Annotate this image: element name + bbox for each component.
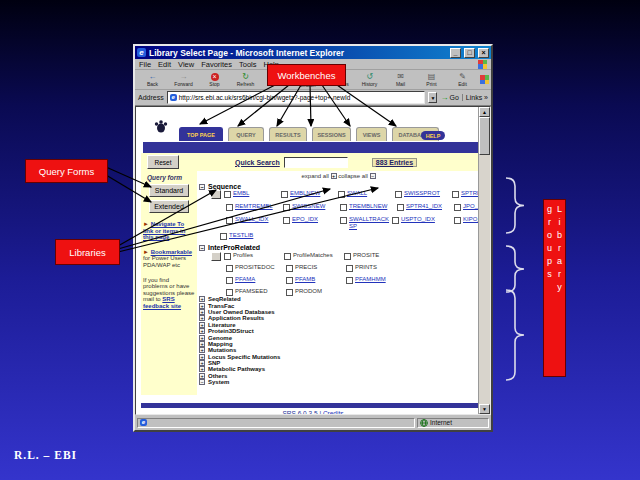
checkbox[interactable] — [226, 204, 233, 211]
checkbox[interactable] — [226, 277, 233, 284]
menu-edit[interactable]: Edit — [158, 60, 171, 69]
checkbox[interactable] — [224, 191, 231, 198]
checkbox[interactable] — [286, 289, 293, 296]
close-button[interactable]: × — [478, 48, 489, 58]
library-item[interactable]: SWALL — [338, 190, 395, 198]
extended-form-button[interactable]: Extended — [149, 200, 189, 213]
library-item[interactable]: PFAMHMM — [346, 276, 406, 284]
tab-top-page[interactable]: TOP PAGE — [179, 127, 223, 141]
entries-link[interactable]: 883 Entries — [372, 158, 417, 167]
expand-box-icon[interactable]: + — [199, 354, 205, 360]
collapse-box-icon[interactable]: − — [199, 245, 205, 251]
expand-box-icon[interactable]: + — [199, 322, 205, 328]
edit-button[interactable]: ✎ Edit — [447, 71, 478, 89]
expand-box-icon[interactable]: + — [199, 296, 205, 302]
library-item[interactable]: EPO_IDX — [283, 216, 340, 224]
checkbox[interactable] — [344, 253, 351, 260]
help-button[interactable]: HELP — [421, 131, 445, 140]
library-item[interactable]: SWISSPROT — [395, 190, 452, 198]
checkbox[interactable] — [283, 204, 290, 211]
checkbox[interactable] — [281, 191, 288, 198]
checkbox[interactable] — [286, 277, 293, 284]
expand-box-icon[interactable]: + — [199, 366, 205, 372]
tab-results[interactable]: RESULTS — [269, 127, 307, 141]
expand-box-icon[interactable]: + — [199, 347, 205, 353]
library-item[interactable]: TREMBLNEW — [340, 203, 397, 211]
checkbox[interactable] — [397, 204, 404, 211]
quick-search-input[interactable] — [284, 157, 348, 168]
quick-search-label[interactable]: Quick Search — [235, 159, 280, 166]
library-item[interactable]: Profiles — [224, 252, 284, 260]
scroll-thumb[interactable] — [479, 117, 490, 155]
checkbox[interactable] — [346, 265, 353, 272]
checkbox[interactable] — [283, 217, 290, 224]
forward-button[interactable]: → Forward — [168, 71, 199, 89]
address-dropdown-icon[interactable]: ▼ — [428, 92, 437, 103]
checkbox[interactable] — [226, 265, 233, 272]
checkbox[interactable] — [224, 253, 231, 260]
tree-item[interactable]: −System — [199, 379, 280, 385]
expand-box-icon[interactable]: − — [199, 379, 205, 385]
library-item[interactable]: PFAMB — [286, 276, 346, 284]
tab-views[interactable]: VIEWS — [356, 127, 387, 141]
checkbox[interactable] — [340, 217, 347, 224]
links-label[interactable]: Links » — [462, 94, 488, 101]
expand-box-icon[interactable]: + — [199, 315, 205, 321]
menu-file[interactable]: File — [139, 60, 151, 69]
library-item[interactable]: SWALLTRACK SP — [340, 216, 392, 229]
expand-box-icon[interactable]: + — [199, 373, 205, 379]
checkbox[interactable] — [454, 217, 461, 224]
reset-button[interactable]: Reset — [147, 155, 179, 169]
checkbox[interactable] — [338, 191, 345, 198]
standard-form-button[interactable]: Standard — [149, 184, 189, 197]
checkbox[interactable] — [286, 265, 293, 272]
go-button[interactable]: → Go — [440, 93, 458, 102]
library-item[interactable]: PRINTS — [346, 264, 406, 272]
library-item[interactable]: PRODOM — [286, 288, 346, 296]
select-all-button[interactable] — [211, 190, 221, 199]
menu-view[interactable]: View — [178, 60, 194, 69]
library-item[interactable]: ProfileMatches — [284, 252, 344, 260]
checkbox[interactable] — [346, 277, 353, 284]
library-item[interactable]: PRECIS — [286, 264, 346, 272]
credits-link[interactable]: Credits — [323, 410, 344, 415]
checkbox[interactable] — [220, 233, 227, 240]
library-item[interactable]: SWISSNEW — [283, 203, 340, 211]
scroll-down-icon[interactable]: ▼ — [479, 404, 490, 414]
menu-favorites[interactable]: Favorites — [201, 60, 232, 69]
refresh-button[interactable]: ↻ Refresh — [230, 71, 261, 89]
library-item[interactable]: PROSITE — [344, 252, 404, 260]
library-item[interactable]: SPTR41_IDX — [397, 203, 454, 211]
checkbox[interactable] — [395, 191, 402, 198]
back-button[interactable]: ← Back — [137, 71, 168, 89]
expand-box-icon[interactable]: + — [199, 360, 205, 366]
collapse-all-icon[interactable]: − — [370, 173, 376, 179]
collapse-box-icon[interactable]: − — [199, 184, 205, 190]
library-item[interactable]: PROSITEDOC — [226, 264, 286, 272]
stop-button[interactable]: × Stop — [199, 71, 230, 89]
checkbox[interactable] — [284, 253, 291, 260]
checkbox[interactable] — [392, 217, 399, 224]
page-scrollbar[interactable]: ▲ ▼ — [478, 107, 490, 414]
expand-box-icon[interactable]: + — [199, 328, 205, 334]
library-item[interactable]: PFAMA — [226, 276, 286, 284]
checkbox[interactable] — [452, 191, 459, 198]
expand-box-icon[interactable]: + — [199, 335, 205, 341]
library-item[interactable]: EMBL — [224, 190, 281, 198]
print-button[interactable]: ▤ Print — [416, 71, 447, 89]
tab-sessions[interactable]: SESSIONS — [312, 127, 351, 141]
maximize-button[interactable]: □ — [464, 48, 475, 58]
select-all-button[interactable] — [211, 252, 221, 261]
checkbox[interactable] — [340, 204, 347, 211]
checkbox[interactable] — [226, 289, 233, 296]
expand-box-icon[interactable]: + — [199, 341, 205, 347]
library-item[interactable]: PFAMSEED — [226, 288, 286, 296]
expand-box-icon[interactable]: + — [199, 309, 205, 315]
expand-all-icon[interactable]: + — [331, 173, 337, 179]
address-input[interactable]: e http://srs.ebi.ac.uk/srs6bin/cgi-bin/w… — [167, 91, 426, 104]
minimize-button[interactable]: _ — [450, 48, 461, 58]
checkbox[interactable] — [226, 217, 233, 224]
library-item[interactable]: EMBLNEW — [281, 190, 338, 198]
library-item[interactable]: USPTO_IDX — [392, 216, 454, 224]
library-item[interactable]: REMTREMBL — [226, 203, 283, 211]
